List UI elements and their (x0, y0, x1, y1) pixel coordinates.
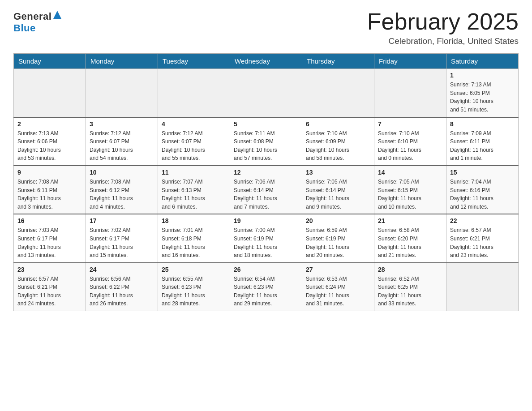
day-info: Sunrise: 7:08 AM Sunset: 6:11 PM Dayligh… (17, 178, 82, 211)
day-info: Sunrise: 7:08 AM Sunset: 6:12 PM Dayligh… (90, 178, 154, 211)
day-info: Sunrise: 6:57 AM Sunset: 6:21 PM Dayligh… (450, 226, 515, 259)
day-info: Sunrise: 6:56 AM Sunset: 6:22 PM Dayligh… (90, 275, 154, 308)
calendar-cell: 17Sunrise: 7:02 AM Sunset: 6:17 PM Dayli… (86, 214, 158, 262)
day-info: Sunrise: 7:05 AM Sunset: 6:14 PM Dayligh… (306, 178, 370, 211)
day-info: Sunrise: 7:02 AM Sunset: 6:17 PM Dayligh… (90, 226, 154, 259)
day-number: 6 (306, 120, 370, 128)
day-number: 19 (234, 217, 298, 224)
day-info: Sunrise: 7:13 AM Sunset: 6:06 PM Dayligh… (17, 129, 82, 163)
calendar-week-row: 23Sunrise: 6:57 AM Sunset: 6:21 PM Dayli… (14, 263, 519, 311)
day-number: 22 (450, 217, 515, 224)
calendar-cell: 11Sunrise: 7:07 AM Sunset: 6:13 PM Dayli… (158, 166, 230, 214)
day-number: 11 (162, 169, 226, 176)
day-number: 13 (306, 169, 370, 176)
logo-icon (53, 11, 61, 19)
calendar-cell: 13Sunrise: 7:05 AM Sunset: 6:14 PM Dayli… (302, 166, 374, 214)
calendar-cell (86, 69, 158, 117)
logo-blue-text: Blue (13, 22, 36, 34)
day-number: 7 (378, 120, 442, 128)
month-title: February 2025 (367, 9, 519, 34)
col-tuesday: Tuesday (158, 54, 230, 69)
day-number: 26 (234, 266, 298, 273)
calendar-cell: 26Sunrise: 6:54 AM Sunset: 6:23 PM Dayli… (230, 263, 302, 311)
calendar-week-row: 16Sunrise: 7:03 AM Sunset: 6:17 PM Dayli… (14, 214, 519, 262)
calendar-cell: 28Sunrise: 6:52 AM Sunset: 6:25 PM Dayli… (374, 263, 446, 311)
calendar-header-row: Sunday Monday Tuesday Wednesday Thursday… (14, 54, 519, 69)
day-info: Sunrise: 6:57 AM Sunset: 6:21 PM Dayligh… (17, 275, 82, 308)
location-text: Celebration, Florida, United States (367, 36, 519, 46)
day-info: Sunrise: 7:00 AM Sunset: 6:19 PM Dayligh… (234, 226, 298, 259)
calendar-cell: 19Sunrise: 7:00 AM Sunset: 6:19 PM Dayli… (230, 214, 302, 262)
calendar-cell: 7Sunrise: 7:10 AM Sunset: 6:10 PM Daylig… (374, 117, 446, 166)
calendar-cell: 12Sunrise: 7:06 AM Sunset: 6:14 PM Dayli… (230, 166, 302, 214)
calendar-week-row: 1Sunrise: 7:13 AM Sunset: 6:05 PM Daylig… (14, 69, 519, 117)
day-info: Sunrise: 7:13 AM Sunset: 6:05 PM Dayligh… (450, 81, 515, 114)
calendar-cell (14, 69, 86, 117)
day-number: 2 (17, 120, 82, 128)
day-info: Sunrise: 7:11 AM Sunset: 6:08 PM Dayligh… (234, 129, 298, 163)
calendar-cell (446, 263, 519, 311)
day-info: Sunrise: 7:04 AM Sunset: 6:16 PM Dayligh… (450, 178, 515, 211)
calendar-cell: 20Sunrise: 6:59 AM Sunset: 6:19 PM Dayli… (302, 214, 374, 262)
col-monday: Monday (86, 54, 158, 69)
calendar-cell: 23Sunrise: 6:57 AM Sunset: 6:21 PM Dayli… (14, 263, 86, 311)
day-info: Sunrise: 6:55 AM Sunset: 6:23 PM Dayligh… (162, 275, 226, 308)
calendar-cell: 6Sunrise: 7:10 AM Sunset: 6:09 PM Daylig… (302, 117, 374, 166)
title-block: February 2025 Celebration, Florida, Unit… (367, 9, 519, 46)
day-info: Sunrise: 7:05 AM Sunset: 6:15 PM Dayligh… (378, 178, 442, 211)
day-number: 9 (17, 169, 82, 176)
day-number: 18 (162, 217, 226, 224)
day-info: Sunrise: 6:54 AM Sunset: 6:23 PM Dayligh… (234, 275, 298, 308)
day-number: 5 (234, 120, 298, 128)
day-info: Sunrise: 6:58 AM Sunset: 6:20 PM Dayligh… (378, 226, 442, 259)
day-info: Sunrise: 7:12 AM Sunset: 6:07 PM Dayligh… (162, 129, 226, 163)
day-number: 1 (450, 72, 515, 79)
calendar-cell: 16Sunrise: 7:03 AM Sunset: 6:17 PM Dayli… (14, 214, 86, 262)
day-info: Sunrise: 7:01 AM Sunset: 6:18 PM Dayligh… (162, 226, 226, 259)
page-header: General Blue February 2025 Celebration, … (13, 9, 519, 46)
calendar-cell (158, 69, 230, 117)
calendar-cell: 24Sunrise: 6:56 AM Sunset: 6:22 PM Dayli… (86, 263, 158, 311)
day-number: 14 (378, 169, 442, 176)
calendar-cell: 8Sunrise: 7:09 AM Sunset: 6:11 PM Daylig… (446, 117, 519, 166)
logo: General Blue (13, 9, 61, 34)
calendar-cell: 15Sunrise: 7:04 AM Sunset: 6:16 PM Dayli… (446, 166, 519, 214)
day-info: Sunrise: 7:12 AM Sunset: 6:07 PM Dayligh… (90, 129, 154, 163)
day-number: 15 (450, 169, 515, 176)
col-friday: Friday (374, 54, 446, 69)
calendar-cell (374, 69, 446, 117)
calendar-cell: 14Sunrise: 7:05 AM Sunset: 6:15 PM Dayli… (374, 166, 446, 214)
day-number: 20 (306, 217, 370, 224)
day-number: 3 (90, 120, 154, 128)
day-info: Sunrise: 7:10 AM Sunset: 6:10 PM Dayligh… (378, 129, 442, 163)
day-info: Sunrise: 7:06 AM Sunset: 6:14 PM Dayligh… (234, 178, 298, 211)
col-wednesday: Wednesday (230, 54, 302, 69)
day-number: 17 (90, 217, 154, 224)
day-number: 25 (162, 266, 226, 273)
calendar-cell: 1Sunrise: 7:13 AM Sunset: 6:05 PM Daylig… (446, 69, 519, 117)
day-info: Sunrise: 7:03 AM Sunset: 6:17 PM Dayligh… (17, 226, 82, 259)
calendar-cell: 18Sunrise: 7:01 AM Sunset: 6:18 PM Dayli… (158, 214, 230, 262)
day-number: 4 (162, 120, 226, 128)
day-number: 12 (234, 169, 298, 176)
calendar-cell: 27Sunrise: 6:53 AM Sunset: 6:24 PM Dayli… (302, 263, 374, 311)
day-number: 28 (378, 266, 442, 273)
svg-marker-0 (53, 11, 61, 19)
calendar-cell: 22Sunrise: 6:57 AM Sunset: 6:21 PM Dayli… (446, 214, 519, 262)
col-thursday: Thursday (302, 54, 374, 69)
calendar-cell: 4Sunrise: 7:12 AM Sunset: 6:07 PM Daylig… (158, 117, 230, 166)
col-sunday: Sunday (14, 54, 86, 69)
day-info: Sunrise: 7:07 AM Sunset: 6:13 PM Dayligh… (162, 178, 226, 211)
day-number: 8 (450, 120, 515, 128)
day-number: 23 (17, 266, 82, 273)
day-number: 10 (90, 169, 154, 176)
calendar-week-row: 9Sunrise: 7:08 AM Sunset: 6:11 PM Daylig… (14, 166, 519, 214)
day-info: Sunrise: 7:09 AM Sunset: 6:11 PM Dayligh… (450, 129, 515, 163)
day-number: 21 (378, 217, 442, 224)
calendar-cell: 2Sunrise: 7:13 AM Sunset: 6:06 PM Daylig… (14, 117, 86, 166)
calendar-cell: 10Sunrise: 7:08 AM Sunset: 6:12 PM Dayli… (86, 166, 158, 214)
calendar-cell (302, 69, 374, 117)
logo-general-text: General (13, 11, 51, 22)
day-info: Sunrise: 6:52 AM Sunset: 6:25 PM Dayligh… (378, 275, 442, 308)
calendar-cell: 25Sunrise: 6:55 AM Sunset: 6:23 PM Dayli… (158, 263, 230, 311)
